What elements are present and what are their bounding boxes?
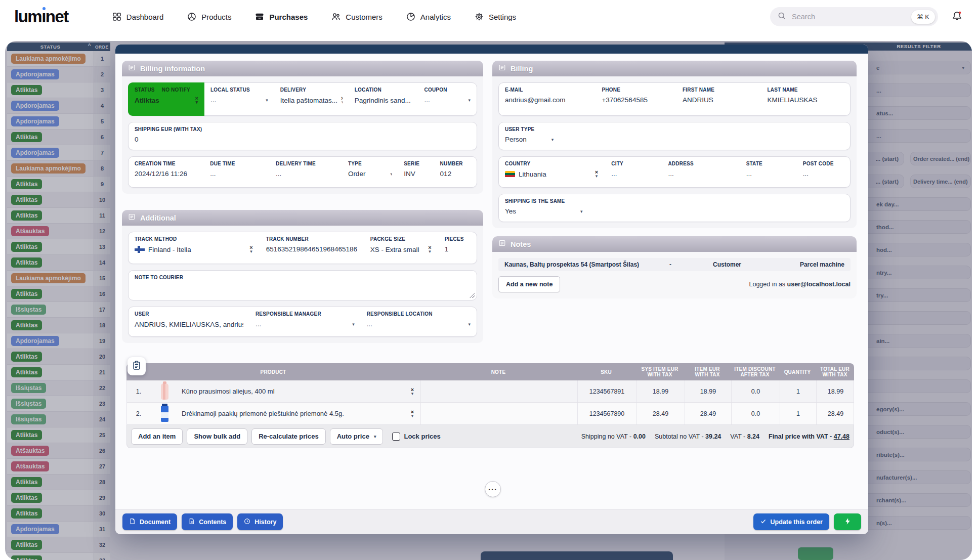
chevron-down-icon[interactable]: ▾ (411, 414, 414, 418)
order-row[interactable]: Atšauktas12 (7, 224, 110, 239)
first-name-field[interactable]: FIRST NAME ANDRIUS (676, 83, 761, 115)
add-item-button[interactable]: Add an item (131, 428, 183, 445)
user-field[interactable]: USER ANDRIUS, KMIELIAUSKAS, andrius... ×… (129, 307, 249, 336)
order-row[interactable]: Laukiama apmokėjimo15 (7, 271, 110, 286)
shipping-is-same-field[interactable]: SHIPPING IS THE SAME Yes▾ (499, 194, 850, 222)
chevron-down-icon[interactable]: ▾ (551, 137, 554, 142)
resize-handle[interactable] (470, 293, 475, 298)
country-field[interactable]: COUNTRY Lithuania ×▾ (499, 157, 605, 187)
order-row[interactable]: Atšauktas27 (7, 459, 110, 475)
responsible-location-field[interactable]: RESPONSIBLE LOCATION ...▾ (361, 307, 477, 336)
track-method-select-controls[interactable]: ×▾ (249, 245, 253, 253)
nav-item-products[interactable]: Products (187, 12, 231, 22)
user-type-field[interactable]: USER TYPE Person▾ (499, 122, 850, 150)
country-select-controls[interactable]: ×▾ (595, 170, 599, 178)
quick-action-button[interactable] (834, 513, 861, 530)
pieces-field[interactable]: PIECES 1 (439, 232, 477, 264)
chevron-down-icon[interactable]: ▾ (352, 322, 355, 327)
more-actions-button[interactable]: ··· (485, 481, 501, 497)
order-row[interactable]: Apdorojamas31 (7, 522, 110, 537)
order-row[interactable]: Atliktas21 (7, 365, 110, 380)
document-button[interactable]: Document (122, 513, 177, 530)
due-time-field[interactable]: DUE TIME ... (204, 157, 270, 187)
post-code-field[interactable]: POST CODE ... (797, 157, 850, 187)
item-note-cell[interactable] (420, 380, 577, 402)
chevron-down-icon[interactable]: ▾ (468, 98, 471, 103)
packge-size-field[interactable]: PACKGE SIZE XS - Extra small ×▾ (364, 232, 439, 264)
chevron-down-icon[interactable]: ▾ (411, 392, 414, 396)
order-row[interactable]: Atliktas11 (7, 208, 110, 224)
serie-field[interactable]: SERIE INV (398, 157, 434, 187)
lock-prices-checkbox[interactable] (392, 433, 400, 441)
type-field[interactable]: TYPE Order▾ (342, 157, 398, 187)
history-button[interactable]: History (237, 513, 283, 530)
email-field[interactable]: E-MAIL andrius@gmail.com (499, 83, 596, 115)
contents-button[interactable]: Contents (182, 513, 233, 530)
location-field[interactable]: LOCATION Pagrindinis sand... ×▾ (349, 83, 418, 115)
order-row[interactable]: Išsiųstas17 (7, 302, 110, 318)
auto-price-select[interactable]: Auto price ▾ (330, 428, 384, 445)
show-bulk-add-button[interactable]: Show bulk add (187, 428, 247, 445)
chevron-down-icon[interactable]: ▾ (266, 98, 268, 103)
delivery-time-field[interactable]: DELIVERY TIME ... (270, 157, 342, 187)
notifications-bell-icon[interactable] (951, 10, 963, 24)
status-field[interactable]: STATUSNO NOTIFY Atliktas ×▾ (128, 82, 204, 116)
order-row[interactable]: Atliktas14 (7, 255, 110, 271)
nav-item-customers[interactable]: Customers (331, 12, 383, 22)
items-tab[interactable] (128, 357, 146, 375)
coupon-field[interactable]: COUPON ...▾ (418, 83, 477, 115)
delivery-field[interactable]: DELIVERY Itella paštomatas... ×▾ (274, 83, 349, 115)
chevron-down-icon[interactable]: ▾ (580, 209, 583, 214)
order-row[interactable]: Atliktas25 (7, 427, 110, 443)
order-row[interactable]: Apdorojamas5 (7, 114, 110, 130)
order-row[interactable]: Atliktas6 (7, 130, 110, 145)
order-row[interactable]: Apdorojamas19 (7, 333, 110, 349)
search-input[interactable] (791, 12, 884, 21)
item-select-controls[interactable]: ×▾ (405, 380, 420, 402)
order-row[interactable]: Apdorojamas2 (7, 67, 110, 82)
order-row[interactable]: Išsiųstas22 (7, 380, 110, 396)
delivery-select-controls[interactable]: ×▾ (341, 96, 343, 104)
order-row[interactable]: Apdorojamas4 (7, 98, 110, 114)
filter-input-end[interactable]: Order created... (end) (910, 152, 971, 165)
nav-item-analytics[interactable]: Analytics (406, 12, 451, 22)
app-logo[interactable]: lumınet (14, 7, 68, 26)
track-method-field[interactable]: TRACK METHOD Finland - Itella ×▾ (129, 232, 260, 264)
order-row[interactable]: Atliktas13 (7, 239, 110, 255)
order-row[interactable]: Laukiama apmokėjimo1 (7, 51, 110, 67)
order-row[interactable]: Atliktas28 (7, 475, 110, 490)
track-number-field[interactable]: TRACK NUMBER 651635219864651968465186 (260, 232, 364, 264)
update-order-button[interactable]: Update this order (753, 513, 830, 530)
order-row[interactable]: Atliktas33 (7, 553, 110, 560)
order-row[interactable]: Atliktas18 (7, 318, 110, 333)
order-row[interactable]: Atliktas9 (7, 177, 110, 192)
lock-prices-toggle[interactable]: Lock prices (392, 433, 440, 441)
add-new-note-button[interactable]: Add a new note (498, 276, 560, 292)
global-search[interactable]: ⌘ K (770, 7, 938, 26)
filter-input-end[interactable]: Delivery time... (end) (910, 175, 971, 188)
nav-item-settings[interactable]: Settings (474, 12, 516, 22)
packge-size-select-controls[interactable]: ×▾ (428, 245, 432, 253)
city-field[interactable]: CITY ... (605, 157, 662, 187)
address-field[interactable]: ADDRESS ... (662, 157, 740, 187)
nav-item-purchases[interactable]: Purchases (254, 12, 308, 22)
order-row[interactable]: Atliktas29 (7, 490, 110, 506)
number-field[interactable]: NUMBER 012 (434, 157, 477, 187)
order-row[interactable]: Apdorojamas7 (7, 145, 110, 161)
nav-item-dashboard[interactable]: Dashboard (112, 12, 163, 22)
collapse-caret[interactable]: ^ (88, 43, 91, 49)
note-row[interactable]: Kaunas, Baltų prospektas 54 (Smartpost Š… (498, 258, 851, 271)
recalculate-prices-button[interactable]: Re-calculate prices (251, 428, 326, 445)
order-row[interactable]: Atliktas10 (7, 192, 110, 208)
chevron-down-icon[interactable]: ▾ (390, 171, 392, 177)
item-select-controls[interactable]: ×▾ (405, 403, 420, 424)
order-row[interactable]: Išsiųstas24 (7, 412, 110, 427)
shipping-eur-field[interactable]: SHIPPING EUR (WITH TAX) 0 (129, 122, 477, 150)
order-row[interactable]: Atliktas32 (7, 537, 110, 553)
status-select-controls[interactable]: ×▾ (195, 96, 199, 104)
phone-field[interactable]: PHONE +37062564585 (596, 83, 676, 115)
creation-time-field[interactable]: CREATION TIME 2024/12/16 11:26 (129, 157, 204, 187)
order-row[interactable]: Atliktas3 (7, 82, 110, 98)
order-row[interactable]: Atšauktas26 (7, 443, 110, 459)
note-to-courier-textarea[interactable]: NOTE TO COURIER (128, 270, 477, 300)
